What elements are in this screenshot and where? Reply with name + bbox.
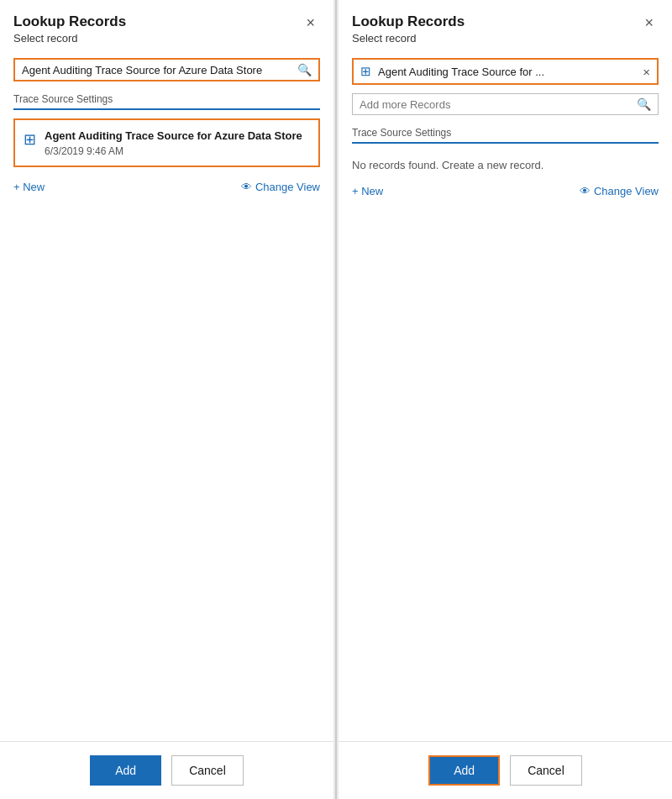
right-title-block: Lookup Records Select record bbox=[352, 13, 465, 45]
left-cancel-button[interactable]: Cancel bbox=[171, 755, 244, 786]
left-change-view-label: Change View bbox=[255, 181, 320, 193]
left-record-text: Agent Auditing Trace Source for Azure Da… bbox=[45, 129, 302, 157]
panel-divider bbox=[335, 0, 337, 799]
left-record-name: Agent Auditing Trace Source for Azure Da… bbox=[45, 129, 302, 144]
right-selected-tag-wrap: ⊞ Agent Auditing Trace Source for ... × bbox=[339, 51, 672, 88]
left-actions-row: + New 👁 Change View bbox=[0, 177, 333, 207]
left-search-wrap: 🔍 bbox=[0, 51, 333, 90]
left-record-icon: ⊞ bbox=[24, 130, 36, 149]
right-cancel-button[interactable]: Cancel bbox=[510, 755, 582, 786]
left-add-button[interactable]: Add bbox=[90, 755, 161, 786]
right-selected-tag: ⊞ Agent Auditing Trace Source for ... × bbox=[352, 58, 659, 85]
right-panel-title: Lookup Records bbox=[352, 13, 465, 30]
right-tag-icon: ⊞ bbox=[360, 64, 371, 79]
right-search-icon[interactable]: 🔍 bbox=[637, 97, 651, 111]
right-tag-label: Agent Auditing Trace Source for ... bbox=[378, 66, 636, 78]
left-record-item[interactable]: ⊞ Agent Auditing Trace Source for Azure … bbox=[13, 118, 320, 167]
right-actions-row: + New 👁 Change View bbox=[339, 181, 672, 211]
right-add-more-wrap: 🔍 bbox=[339, 88, 672, 124]
right-tag-remove-button[interactable]: × bbox=[643, 66, 650, 78]
right-panel-subtitle: Select record bbox=[352, 32, 465, 45]
right-add-more-input[interactable] bbox=[360, 98, 632, 111]
left-panel-subtitle: Select record bbox=[13, 32, 126, 45]
left-search-box: 🔍 bbox=[13, 58, 320, 81]
left-title-block: Lookup Records Select record bbox=[13, 13, 126, 45]
right-no-records-text: No records found. Create a new record. bbox=[339, 152, 672, 181]
right-add-more-box: 🔍 bbox=[352, 93, 659, 115]
left-record-date: 6/3/2019 9:46 AM bbox=[45, 145, 302, 157]
left-close-button[interactable]: × bbox=[301, 13, 320, 32]
left-bottom-buttons: Add Cancel bbox=[0, 741, 333, 799]
right-eye-icon: 👁 bbox=[580, 185, 591, 197]
right-change-view-label: Change View bbox=[594, 185, 659, 197]
left-search-input[interactable] bbox=[22, 64, 292, 76]
left-change-view-button[interactable]: 👁 Change View bbox=[241, 181, 320, 193]
left-panel: Lookup Records Select record × 🔍 Trace S… bbox=[0, 0, 333, 799]
right-bottom-buttons: Add Cancel bbox=[339, 741, 672, 799]
right-panel-header: Lookup Records Select record × bbox=[339, 0, 672, 51]
right-change-view-button[interactable]: 👁 Change View bbox=[580, 185, 659, 197]
left-panel-header: Lookup Records Select record × bbox=[0, 0, 333, 51]
right-section-label: Trace Source Settings bbox=[339, 127, 672, 142]
right-new-button[interactable]: + New bbox=[352, 185, 383, 197]
right-panel: Lookup Records Select record × ⊞ Agent A… bbox=[339, 0, 672, 799]
right-section-underline bbox=[352, 142, 659, 144]
left-panel-title: Lookup Records bbox=[13, 13, 126, 30]
right-close-button[interactable]: × bbox=[639, 13, 659, 32]
left-section-underline bbox=[13, 108, 320, 110]
left-search-icon[interactable]: 🔍 bbox=[297, 63, 312, 76]
left-section-label: Trace Source Settings bbox=[0, 93, 333, 108]
right-add-button[interactable]: Add bbox=[428, 755, 500, 786]
left-eye-icon: 👁 bbox=[241, 181, 252, 193]
left-new-button[interactable]: + New bbox=[13, 181, 45, 193]
